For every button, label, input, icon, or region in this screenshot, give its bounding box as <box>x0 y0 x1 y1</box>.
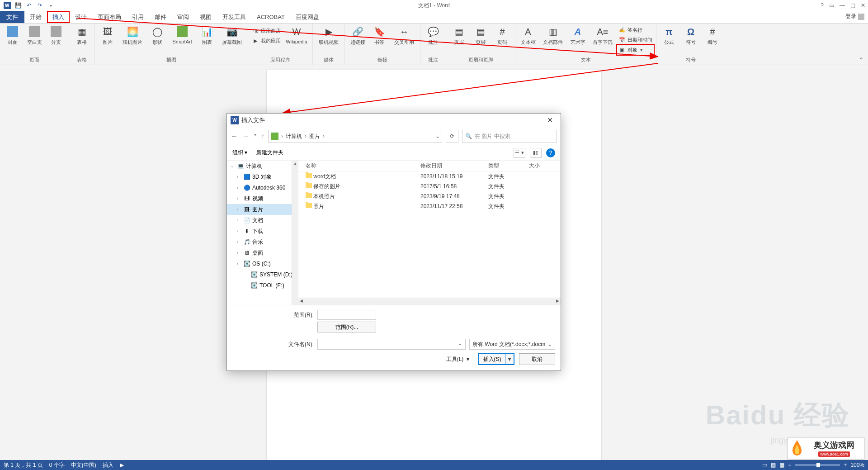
zoom-out-icon[interactable]: − <box>788 462 791 468</box>
breadcrumb-item[interactable]: 计算机 <box>286 133 302 140</box>
tree-scrollbar[interactable] <box>292 161 298 305</box>
tree-item[interactable]: ›📄文档 <box>227 215 298 226</box>
wikipedia-button[interactable]: WWikipedia <box>283 24 310 45</box>
tab-review[interactable]: 审阅 <box>172 11 194 23</box>
tab-insert[interactable]: 插入 <box>47 11 70 23</box>
shapes-button[interactable]: ◯形状 <box>147 24 167 47</box>
header-button[interactable]: ▤页眉 <box>449 24 469 47</box>
tab-baidu[interactable]: 百度网盘 <box>290 11 325 23</box>
symbol-button[interactable]: Ω符号 <box>681 24 701 47</box>
view-read-icon[interactable]: ▭ <box>762 462 767 468</box>
signature-line-button[interactable]: ✍签名行 <box>618 25 653 34</box>
tab-acrobat[interactable]: ACROBAT <box>251 11 290 23</box>
view-print-icon[interactable]: ▤ <box>771 462 776 468</box>
status-macro-icon[interactable]: ▶ <box>120 462 124 468</box>
help-icon[interactable]: ? <box>821 2 824 9</box>
undo-icon[interactable]: ↶ <box>25 2 33 9</box>
breadcrumb-item[interactable]: 图片 <box>309 133 320 140</box>
tree-item[interactable]: 💽TOOL (E:) <box>227 280 298 291</box>
cover-page-button[interactable]: 封面 <box>3 24 23 47</box>
pictures-button[interactable]: 🖼图片 <box>98 24 118 47</box>
back-button[interactable]: ← <box>231 132 238 140</box>
file-row[interactable]: 本机照片2023/9/19 17:48文件夹 <box>298 191 561 201</box>
my-apps-button[interactable]: ▶我的应用 <box>251 36 282 45</box>
zoom-in-icon[interactable]: + <box>844 462 847 468</box>
status-mode[interactable]: 插入 <box>103 461 113 469</box>
comment-button[interactable]: 💬批注 <box>423 24 443 47</box>
maximize-icon[interactable]: ▢ <box>850 2 855 9</box>
file-list-header[interactable]: 名称 修改日期 类型 大小 <box>298 161 561 171</box>
up-button[interactable]: ↑ <box>261 132 264 140</box>
refresh-button[interactable]: ⟳ <box>446 130 458 142</box>
help-button[interactable]: ? <box>546 148 555 157</box>
view-web-icon[interactable]: ▦ <box>779 462 784 468</box>
insert-button[interactable]: 插入(S) ▾ <box>478 353 514 365</box>
tab-developer[interactable]: 开发工具 <box>217 11 251 23</box>
dialog-close-icon[interactable]: ✕ <box>542 116 557 124</box>
breadcrumb-dropdown-icon[interactable]: ⌄ <box>435 133 440 139</box>
redo-icon[interactable]: ↷ <box>36 2 43 9</box>
page-break-button[interactable]: 分页 <box>46 24 66 47</box>
screenshot-button[interactable]: 📷屏幕截图 <box>219 24 245 47</box>
tree-item[interactable]: 💽SYSTEM (D:) <box>227 269 298 280</box>
tree-item[interactable]: ›💽OS (C:) <box>227 258 298 269</box>
range-input[interactable] <box>317 310 376 320</box>
tree-item[interactable]: ›🟦3D 对象 <box>227 171 298 182</box>
bookmark-button[interactable]: 🔖书签 <box>369 24 389 47</box>
organize-button[interactable]: 组织 ▾ <box>232 149 247 157</box>
zoom-slider[interactable] <box>795 464 840 466</box>
chart-button[interactable]: 📊图表 <box>197 24 217 47</box>
quick-parts-button[interactable]: ▥文档部件 <box>540 24 566 47</box>
cancel-button[interactable]: 取消 <box>519 353 555 365</box>
table-button[interactable]: ▦表格 <box>72 24 92 47</box>
tab-file[interactable]: 文件 <box>0 11 24 23</box>
textbox-button[interactable]: A文本框 <box>518 24 538 47</box>
range-button[interactable]: 范围(R)... <box>317 322 376 332</box>
view-options-button[interactable]: ☰ ▾ <box>514 148 525 158</box>
ribbon-display-icon[interactable]: ▭ <box>829 2 834 9</box>
file-row[interactable]: word文档2023/11/18 15:19文件夹 <box>298 171 561 181</box>
page-number-button[interactable]: #页码 <box>492 24 512 47</box>
close-icon[interactable]: ✕ <box>861 2 865 9</box>
tree-item[interactable]: ›🔵Autodesk 360 <box>227 182 298 193</box>
zoom-level[interactable]: 100% <box>850 462 864 468</box>
wordart-button[interactable]: A艺术字 <box>568 24 588 47</box>
cross-ref-button[interactable]: ↔交叉引用 <box>391 24 417 47</box>
tree-item[interactable]: ›🖼图片 <box>227 204 298 215</box>
online-pictures-button[interactable]: 🌅联机图片 <box>119 24 146 47</box>
filename-input[interactable] <box>317 339 466 350</box>
object-button[interactable]: ▣对象▾ <box>618 45 653 54</box>
breadcrumb[interactable]: › 计算机 › 图片 › ⌄ <box>268 130 442 142</box>
qat-customize-icon[interactable]: ▾ <box>47 2 54 9</box>
dropcap-button[interactable]: A≡首字下沉 <box>590 24 616 47</box>
tab-references[interactable]: 引用 <box>127 11 149 23</box>
status-language[interactable]: 中文(中国) <box>71 461 96 469</box>
tab-mailings[interactable]: 邮件 <box>149 11 172 23</box>
file-filter-select[interactable]: 所有 Word 文档(*.docx;*.docm <box>469 339 555 350</box>
tab-view[interactable]: 视图 <box>194 11 217 23</box>
login-link[interactable]: 登录 <box>845 13 864 20</box>
insert-split-icon[interactable]: ▾ <box>505 354 514 364</box>
tools-dropdown[interactable]: 工具(L) ▾ <box>446 356 469 363</box>
tree-item[interactable]: ›⬇下载 <box>227 226 298 237</box>
app-store-button[interactable]: 🛍应用商店 <box>251 26 282 35</box>
tab-home[interactable]: 开始 <box>24 11 47 23</box>
search-input[interactable]: 🔍 在 图片 中搜索 <box>462 130 557 142</box>
recent-dropdown[interactable]: ▾ <box>254 132 256 140</box>
minimize-icon[interactable]: — <box>840 2 845 9</box>
tree-item[interactable]: ⌄💻计算机 <box>227 161 298 171</box>
footer-button[interactable]: ▤页脚 <box>471 24 491 47</box>
tree-item[interactable]: ›🖥桌面 <box>227 247 298 258</box>
online-video-button[interactable]: ▶联机视频 <box>316 24 342 47</box>
equation-button[interactable]: π公式 <box>659 24 679 47</box>
collapse-ribbon-icon[interactable]: ⌃ <box>859 57 863 63</box>
status-words[interactable]: 0 个字 <box>49 461 65 469</box>
tab-layout[interactable]: 页面布局 <box>92 11 127 23</box>
tree-item[interactable]: ›🎞视频 <box>227 193 298 204</box>
tree-item[interactable]: ›🎵音乐 <box>227 237 298 247</box>
file-row[interactable]: 照片2023/11/17 22:58文件夹 <box>298 201 561 211</box>
forward-button[interactable]: → <box>242 132 250 140</box>
number-button[interactable]: #编号 <box>703 24 722 47</box>
save-icon[interactable]: 💾 <box>14 2 22 9</box>
file-row[interactable]: 保存的图片2017/5/1 16:58文件夹 <box>298 181 561 191</box>
